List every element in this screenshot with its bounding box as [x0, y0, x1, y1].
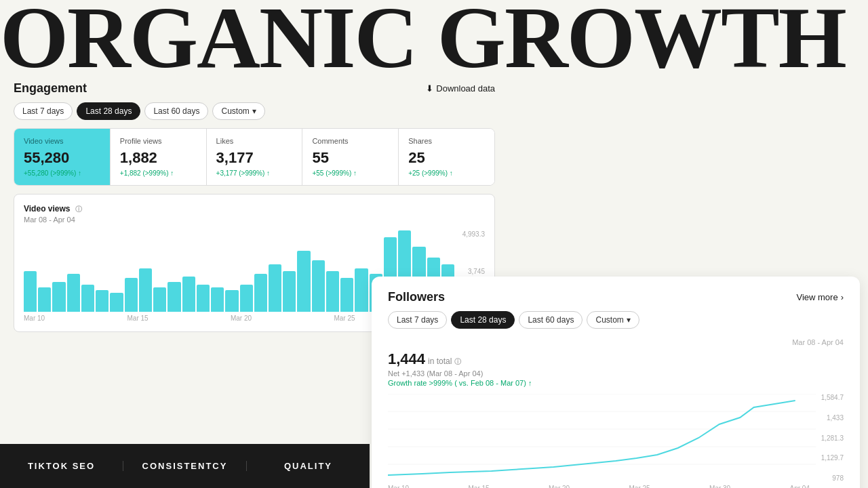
background-title: ORGANIC GROWTH [0, 0, 495, 81]
download-label: Download data [436, 83, 495, 94]
chevron-down-icon-followers: ▾ [627, 315, 631, 325]
download-icon: ⬇ [426, 83, 433, 94]
followers-tab-last-7-days[interactable]: Last 7 days [388, 311, 447, 329]
bar [312, 260, 325, 312]
metric-profile-views-value: 1,882 [120, 149, 197, 167]
metric-profile-views[interactable]: Profile views 1,882 +1,882 (>999%) ↑ [111, 129, 207, 185]
line-chart-y-labels: 1,584.7 1,433 1,281.3 1,129.7 978 [821, 394, 844, 482]
bar [182, 277, 195, 312]
metric-likes-change: +3,177 (>999%) ↑ [216, 169, 293, 177]
followers-line-chart: 1,584.7 1,433 1,281.3 1,129.7 978 [388, 394, 844, 482]
line-chart-x-labels: Mar 10 Mar 15 Mar 20 Mar 25 Mar 30 Apr 0… [388, 485, 844, 488]
chevron-down-icon: ▾ [252, 106, 256, 116]
tab-last-60-days[interactable]: Last 60 days [144, 102, 208, 120]
bar [153, 287, 166, 312]
metric-comments-label: Comments [312, 137, 389, 145]
bar [297, 251, 310, 312]
metric-profile-views-change: +1,882 (>999%) ↑ [120, 169, 197, 177]
chart-title: Video views ⓘ [24, 204, 485, 214]
tab-last-7-days[interactable]: Last 7 days [14, 102, 73, 120]
followers-stats: 1,444 in total ⓘ Net +1,433 (Mar 08 - Ap… [388, 350, 844, 387]
metric-likes-value: 3,177 [216, 149, 293, 167]
bar [139, 268, 152, 312]
bar [197, 285, 210, 312]
followers-in-total-label: in total [428, 357, 452, 366]
followers-card: Followers View more › Last 7 days Last 2… [372, 277, 860, 488]
info-icon: ⓘ [75, 205, 82, 213]
followers-tab-custom[interactable]: Custom ▾ [587, 311, 639, 329]
followers-title: Followers [388, 290, 445, 304]
followers-date-range: Mar 08 - Apr 04 [388, 338, 844, 346]
download-button[interactable]: ⬇ Download data [426, 83, 495, 94]
bar [38, 287, 51, 312]
bar [355, 268, 368, 312]
info-icon-followers: ⓘ [454, 357, 461, 367]
bar [340, 278, 353, 312]
bar [269, 264, 281, 312]
followers-tab-last-60-days[interactable]: Last 60 days [519, 311, 583, 329]
metric-video-views-value: 55,280 [24, 149, 100, 167]
bar [81, 285, 94, 312]
metric-video-views-change: +55,280 (>999%) ↑ [24, 169, 100, 177]
followers-count: 1,444 in total ⓘ [388, 350, 844, 368]
metric-shares[interactable]: Shares 25 +25 (>999%) ↑ [399, 129, 494, 185]
bar [96, 290, 108, 312]
bottom-banner: TIKTOK SEO CONSISTENTCY QUALITY [0, 444, 370, 488]
followers-tabs: Last 7 days Last 28 days Last 60 days Cu… [388, 311, 844, 329]
metric-profile-views-label: Profile views [120, 137, 197, 145]
metric-comments[interactable]: Comments 55 +55 (>999%) ↑ [302, 129, 399, 185]
bar [52, 282, 65, 312]
bar [254, 274, 267, 312]
bar [240, 285, 253, 312]
chevron-right-icon: › [841, 292, 844, 302]
metric-video-views-label: Video views [24, 137, 100, 145]
metric-video-views[interactable]: Video views 55,280 +55,280 (>999%) ↑ [14, 129, 111, 185]
bar [24, 271, 37, 312]
metric-likes[interactable]: Likes 3,177 +3,177 (>999%) ↑ [207, 129, 303, 185]
engagement-tabs: Last 7 days Last 28 days Last 60 days Cu… [14, 102, 495, 120]
bar [225, 290, 238, 312]
metric-shares-label: Shares [408, 137, 485, 145]
banner-item-consistency: CONSISTENTCY [123, 461, 247, 471]
bar [125, 278, 138, 312]
tab-custom[interactable]: Custom ▾ [212, 102, 264, 120]
banner-item-tiktok-seo: TIKTOK SEO [0, 461, 123, 471]
followers-header: Followers View more › [388, 290, 844, 304]
bar [211, 287, 224, 312]
bar [167, 282, 180, 312]
tab-last-28-days[interactable]: Last 28 days [77, 102, 140, 120]
chart-date-range: Mar 08 - Apr 04 [24, 216, 485, 224]
followers-net: Net +1,433 (Mar 08 - Apr 04) [388, 369, 844, 378]
followers-tab-last-28-days[interactable]: Last 28 days [451, 311, 515, 329]
metric-comments-value: 55 [312, 149, 389, 167]
banner-item-quality: QUALITY [247, 461, 370, 471]
metrics-row: Video views 55,280 +55,280 (>999%) ↑ Pro… [14, 128, 495, 186]
view-more-button[interactable]: View more › [796, 292, 844, 302]
bar [283, 271, 296, 312]
followers-growth: Growth rate >999% ( vs. Feb 08 - Mar 07)… [388, 379, 844, 387]
bar [67, 274, 80, 312]
metric-likes-label: Likes [216, 137, 293, 145]
line-chart-svg [388, 394, 844, 482]
metric-shares-value: 25 [408, 149, 485, 167]
metric-shares-change: +25 (>999%) ↑ [408, 169, 485, 177]
engagement-title: Engagement [14, 81, 87, 96]
bar [326, 271, 339, 312]
engagement-header: Engagement ⬇ Download data [14, 81, 495, 96]
bar [110, 293, 123, 312]
metric-comments-change: +55 (>999%) ↑ [312, 169, 389, 177]
